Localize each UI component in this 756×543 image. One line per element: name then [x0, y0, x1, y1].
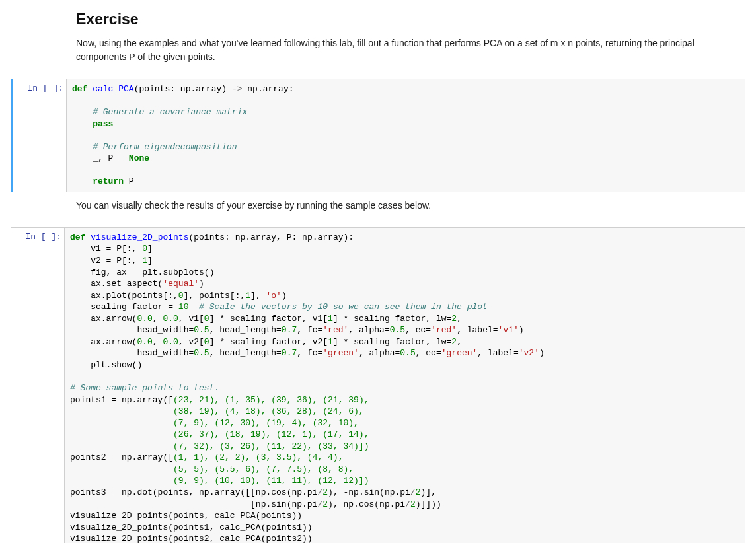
- input-prompt-2: In [ ]:: [11, 228, 64, 543]
- markdown-cell-check: You can visually check the results of yo…: [76, 196, 739, 223]
- notebook-container: Exercise Now, using the examples and wha…: [0, 0, 756, 543]
- code-editor-2[interactable]: def visualize_2D_points(points: np.array…: [64, 228, 745, 543]
- exercise-description: Now, using the examples and what you've …: [76, 36, 739, 64]
- code-cell-1[interactable]: In [ ]: def calc_PCA(points: np.array) -…: [11, 79, 745, 192]
- code-editor-1[interactable]: def calc_PCA(points: np.array) -> np.arr…: [66, 79, 745, 192]
- check-description: You can visually check the results of yo…: [76, 199, 739, 213]
- exercise-heading: Exercise: [76, 11, 739, 28]
- code-cell-2[interactable]: In [ ]: def visualize_2D_points(points: …: [11, 227, 745, 543]
- input-prompt-1: In [ ]:: [13, 79, 66, 192]
- markdown-cell-exercise: Exercise Now, using the examples and wha…: [76, 0, 739, 75]
